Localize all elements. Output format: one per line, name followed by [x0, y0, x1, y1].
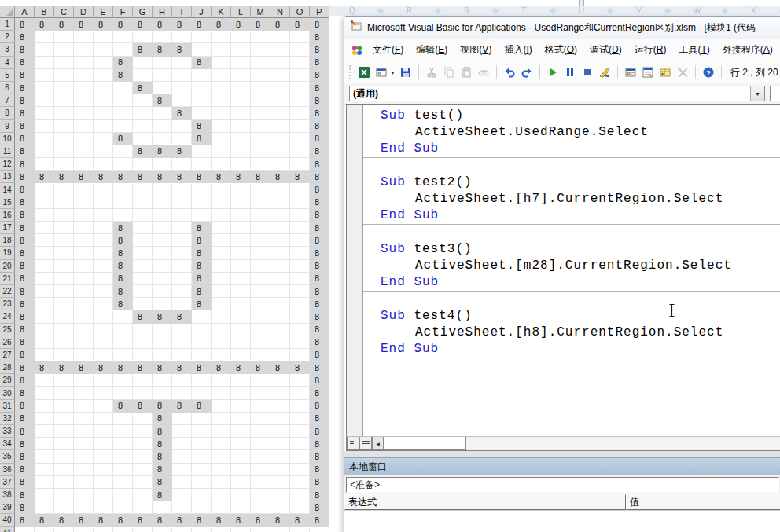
cell-E18[interactable]	[94, 234, 113, 247]
code-editor[interactable]: Sub test()ActiveSheet.UsedRange.SelectEn…	[347, 105, 780, 436]
cell-A13[interactable]: 8	[15, 171, 35, 183]
cell-K8[interactable]	[212, 107, 231, 119]
properties-window-icon[interactable]	[641, 65, 655, 79]
cell-O33[interactable]	[290, 425, 310, 438]
column-header-O[interactable]: O	[290, 6, 310, 18]
expression-column-header[interactable]: 表达式	[344, 494, 626, 510]
cell-J26[interactable]	[192, 336, 212, 349]
cell-K36[interactable]	[212, 464, 231, 476]
cell-C36[interactable]	[54, 464, 74, 476]
cell-K3[interactable]	[212, 43, 231, 56]
cell-B18[interactable]	[35, 234, 54, 247]
cell-B20[interactable]	[35, 260, 54, 273]
cell-J3[interactable]	[192, 43, 212, 56]
cell-G20[interactable]	[133, 260, 153, 273]
cell-J5[interactable]	[192, 69, 212, 82]
cell-P9[interactable]: 8	[310, 120, 329, 133]
cell-E8[interactable]	[94, 107, 113, 119]
cell-H13[interactable]: 8	[153, 171, 172, 183]
cell-P16[interactable]: 8	[310, 209, 329, 222]
project-explorer-icon[interactable]	[624, 65, 638, 79]
cell-F8[interactable]	[113, 107, 133, 119]
procedure-combo[interactable]	[770, 86, 780, 101]
cell-G23[interactable]	[133, 298, 153, 310]
cell-P32[interactable]: 8	[310, 413, 329, 425]
cell-C22[interactable]	[54, 285, 74, 298]
cell-L4[interactable]	[231, 57, 251, 69]
cell-F32[interactable]	[113, 413, 133, 425]
cell-M20[interactable]	[251, 260, 270, 273]
cell-M11[interactable]	[251, 145, 270, 158]
cell-P10[interactable]: 8	[310, 133, 329, 145]
cell-H19[interactable]	[153, 247, 172, 259]
cell-L37[interactable]	[231, 476, 251, 489]
hscroll-left-arrow[interactable]: ◀	[372, 437, 384, 450]
cell-F17[interactable]: 8	[113, 222, 133, 234]
cell-G3[interactable]: 8	[133, 43, 153, 56]
cell-I32[interactable]	[172, 413, 192, 425]
cell-I22[interactable]	[172, 285, 192, 298]
cell-B14[interactable]	[35, 183, 54, 196]
cell-M8[interactable]	[251, 107, 270, 119]
cell-A21[interactable]: 8	[15, 273, 35, 285]
cell-O36[interactable]	[290, 464, 310, 476]
cell-A24[interactable]: 8	[15, 310, 35, 323]
cell-E39[interactable]	[94, 501, 113, 514]
cell-D4[interactable]	[74, 57, 94, 69]
row-header-18[interactable]: 18	[0, 234, 15, 247]
cell-F37[interactable]	[113, 476, 133, 489]
cell-P15[interactable]: 8	[310, 196, 329, 209]
select-all-corner[interactable]	[0, 6, 15, 18]
row-header-8[interactable]: 8	[0, 107, 15, 119]
cell-E10[interactable]	[94, 133, 113, 145]
cell-A12[interactable]: 8	[15, 158, 35, 171]
cell-G34[interactable]	[133, 438, 153, 450]
cell-O21[interactable]	[290, 273, 310, 285]
cell-I31[interactable]: 8	[172, 400, 192, 413]
cell-I35[interactable]	[172, 450, 192, 463]
cell-F21[interactable]: 8	[113, 273, 133, 285]
cell-C28[interactable]: 8	[54, 361, 74, 374]
cell-C13[interactable]: 8	[54, 171, 74, 183]
cell-B1[interactable]: 8	[35, 18, 54, 31]
cell-G36[interactable]	[133, 464, 153, 476]
cell-G5[interactable]	[133, 69, 153, 82]
cell-K28[interactable]: 8	[212, 361, 231, 374]
cell-G33[interactable]	[133, 425, 153, 438]
cell-N1[interactable]: 8	[270, 18, 290, 31]
cell-H1[interactable]: 8	[153, 18, 172, 31]
cell-G7[interactable]	[133, 94, 153, 107]
cell-D23[interactable]	[74, 298, 94, 310]
cell-O35[interactable]	[290, 450, 310, 463]
cell-O18[interactable]	[290, 234, 310, 247]
cell-F12[interactable]	[113, 158, 133, 171]
cell-C6[interactable]	[54, 82, 74, 94]
cell-A33[interactable]: 8	[15, 425, 35, 438]
cell-D5[interactable]	[74, 69, 94, 82]
cell-M4[interactable]	[251, 57, 270, 69]
row-header-6[interactable]: 6	[0, 82, 15, 94]
cell-C30[interactable]	[54, 387, 74, 399]
cell-M13[interactable]: 8	[251, 171, 270, 183]
cell-F22[interactable]: 8	[113, 285, 133, 298]
cell-N7[interactable]	[270, 94, 290, 107]
cell-J9[interactable]: 8	[192, 120, 212, 133]
cell-F39[interactable]	[113, 501, 133, 514]
cell-A27[interactable]: 8	[15, 349, 35, 361]
cell-E19[interactable]	[94, 247, 113, 259]
cell-O9[interactable]	[290, 120, 310, 133]
row-header-21[interactable]: 21	[0, 273, 15, 285]
cell-J24[interactable]	[192, 310, 212, 323]
cell-N37[interactable]	[270, 476, 290, 489]
cell-B13[interactable]: 8	[35, 171, 54, 183]
cell-B29[interactable]	[35, 374, 54, 387]
cell-L26[interactable]	[231, 336, 251, 349]
cell-P33[interactable]: 8	[310, 425, 329, 438]
reset-icon[interactable]	[580, 65, 594, 79]
paste-icon[interactable]	[459, 65, 473, 79]
row-header-32[interactable]: 32	[0, 413, 15, 425]
cell-M2[interactable]	[251, 31, 270, 43]
cell-P29[interactable]: 8	[310, 374, 329, 387]
cell-I24[interactable]: 8	[172, 310, 192, 323]
cell-D34[interactable]	[74, 438, 94, 450]
